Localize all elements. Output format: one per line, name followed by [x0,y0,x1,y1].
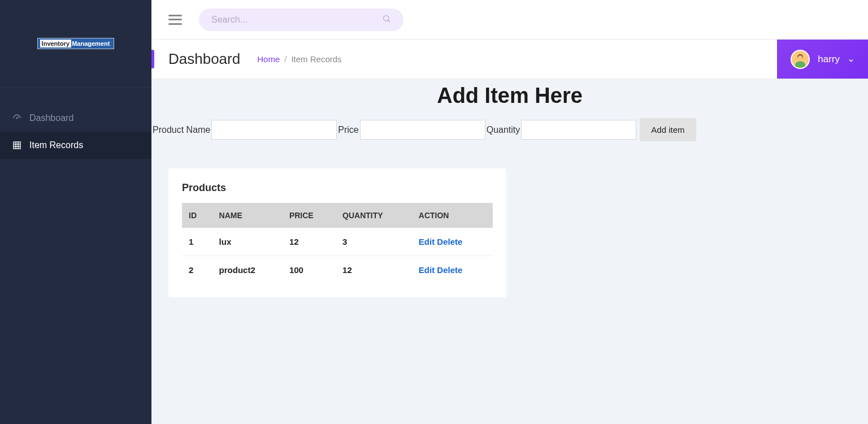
cell-id: 2 [182,256,212,284]
user-menu[interactable]: harry [777,40,868,79]
col-price: PRICE [283,203,336,228]
breadcrumb: Home / Item Records [257,54,341,64]
sidebar-item-item-records[interactable]: Item Records [0,132,151,159]
hamburger-icon[interactable] [168,15,182,25]
headerbar: Dashboard Home / Item Records harry [151,40,868,79]
col-action: ACTION [412,203,493,228]
page-title: Dashboard [168,50,240,68]
product-name-input[interactable] [211,120,337,140]
table-row: 1lux123Edit Delete [182,228,493,256]
cell-price: 100 [283,256,336,284]
avatar [791,50,810,69]
logo-text-1: Inventory [40,40,72,47]
svg-rect-1 [14,142,20,149]
cell-action: Edit Delete [412,228,493,256]
add-item-button[interactable]: Add item [640,118,696,141]
cell-action: Edit Delete [412,256,493,284]
delete-link[interactable]: Delete [437,265,462,275]
search-input[interactable] [211,15,382,25]
col-name: NAME [212,203,283,228]
cell-price: 12 [283,228,336,256]
edit-link[interactable]: Edit [419,237,435,246]
breadcrumb-separator: / [284,54,287,64]
cell-name: lux [212,228,283,256]
cell-name: product2 [212,256,283,284]
sidebar: Inventory Management Dashboard Item Reco… [0,0,151,424]
sidebar-item-label: Dashboard [29,113,73,123]
col-quantity: QUANTITY [336,203,412,228]
dashboard-icon [11,113,23,124]
main: Dashboard Home / Item Records harry Add … [151,0,868,424]
breadcrumb-current: Item Records [291,54,341,64]
quantity-label: Quantity [487,125,520,135]
add-item-heading: Add Item Here [151,84,868,108]
products-table: ID NAME PRICE QUANTITY ACTION 1lux123Edi… [182,203,493,284]
cell-quantity: 3 [336,228,412,256]
logo-area: Inventory Management [0,0,151,88]
products-card: Products ID NAME PRICE QUANTITY ACTION 1… [168,168,506,297]
logo-text-2: Management [71,40,111,47]
svg-point-11 [798,55,802,60]
nav-list: Dashboard Item Records [0,88,151,159]
grid-icon [11,140,23,151]
products-title: Products [182,182,493,194]
search-wrap [199,8,403,31]
add-item-form: Product Name Price Quantity Add item [151,118,868,141]
sidebar-item-dashboard[interactable]: Dashboard [0,105,151,132]
sidebar-item-label: Item Records [29,140,83,150]
edit-link[interactable]: Edit [419,265,435,275]
topbar [151,0,868,40]
user-name: harry [818,54,840,65]
cell-quantity: 12 [336,256,412,284]
chevron-down-icon [848,56,854,63]
delete-link[interactable]: Delete [437,237,462,246]
content-area: Add Item Here Product Name Price Quantit… [151,79,868,424]
table-row: 2product210012Edit Delete [182,256,493,284]
svg-point-6 [384,15,389,20]
breadcrumb-home[interactable]: Home [257,54,280,64]
app-logo: Inventory Management [37,38,115,49]
cell-id: 1 [182,228,212,256]
svg-line-7 [388,20,390,22]
search-icon[interactable] [382,14,391,25]
quantity-input[interactable] [521,120,636,140]
price-input[interactable] [360,120,485,140]
price-label: Price [338,125,358,135]
col-id: ID [182,203,212,228]
product-name-label: Product Name [153,125,210,135]
table-header-row: ID NAME PRICE QUANTITY ACTION [182,203,493,228]
